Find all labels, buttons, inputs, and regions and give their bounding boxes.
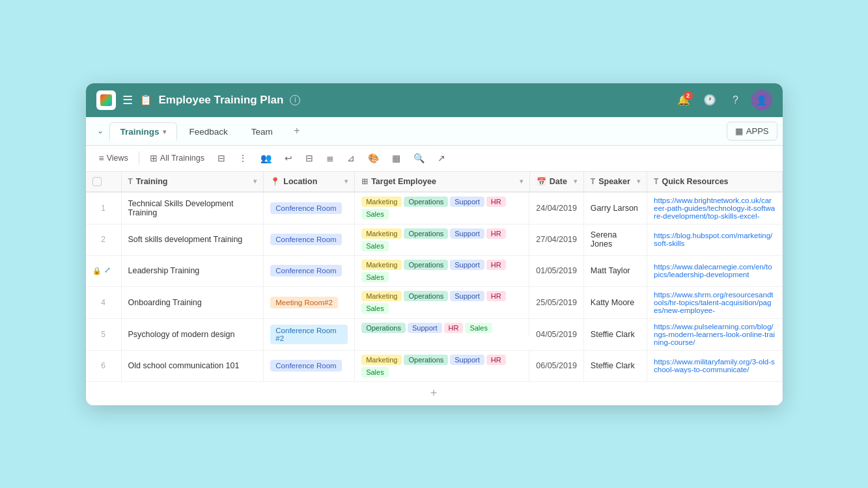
info-icon[interactable]: i <box>290 95 300 105</box>
resource-link[interactable]: https://www.shrm.org/resourcesandtools/h… <box>654 291 773 314</box>
tag-item[interactable]: Support <box>450 355 484 365</box>
tag-item[interactable]: Operations <box>404 355 448 365</box>
tag-item[interactable]: Marketing <box>361 260 402 270</box>
collapse-sidebar-button[interactable]: ⌄ <box>91 122 109 140</box>
training-cell[interactable]: Technical Skills Development Training <box>121 192 264 224</box>
target-col-icon: ⊞ <box>361 177 368 186</box>
search-button[interactable]: 🔍 <box>408 150 430 166</box>
tag-item[interactable]: Sales <box>361 367 389 377</box>
tag-item[interactable]: HR <box>486 260 506 270</box>
menu-icon[interactable]: ☰ <box>122 93 133 107</box>
all-trainings-button[interactable]: ⊞ All Trainings <box>145 150 210 166</box>
tag-item[interactable]: HR <box>486 355 506 365</box>
location-cell[interactable]: Conference Room <box>264 224 355 255</box>
location-sort-icon[interactable]: ▾ <box>344 178 348 185</box>
training-cell[interactable]: Leadership Training <box>121 255 264 286</box>
tag-item[interactable]: HR <box>444 323 464 333</box>
location-cell[interactable]: Conference Room <box>264 255 355 286</box>
tag-item[interactable]: Sales <box>465 323 492 333</box>
tag-item[interactable]: Operations <box>404 228 448 239</box>
location-cell[interactable]: Meeting Room#2 <box>264 286 355 318</box>
training-cell[interactable]: Soft skills development Training <box>121 224 264 255</box>
tag-item[interactable]: Support <box>408 323 442 333</box>
location-cell[interactable]: Conference Room <box>264 350 355 381</box>
add-row-button[interactable]: + <box>86 381 783 405</box>
location-cell[interactable]: Conference Room <box>264 192 355 224</box>
resources-col-icon: T <box>654 177 658 186</box>
training-sort-icon[interactable]: ▾ <box>253 178 257 185</box>
training-cell[interactable]: Psychology of modern design <box>121 318 264 350</box>
tab-trainings[interactable]: Trainings ▾ <box>109 122 177 141</box>
color-button[interactable]: 🎨 <box>363 150 384 166</box>
table-row[interactable]: 1Technical Skills Development TrainingCo… <box>86 192 783 224</box>
undo-button[interactable]: ↩ <box>279 150 298 166</box>
tag-item[interactable]: Support <box>450 197 484 207</box>
table-row[interactable]: 6Old school communication 101Conference … <box>86 350 783 381</box>
resource-link[interactable]: https://www.militaryfamily.org/3-old-sch… <box>654 358 775 373</box>
app-logo[interactable] <box>96 90 116 110</box>
history-button[interactable]: 🕐 <box>699 90 720 111</box>
tag-item[interactable]: HR <box>486 197 506 207</box>
text-button[interactable]: ≣ <box>321 150 339 166</box>
expand-icon[interactable]: ⤢ <box>104 265 115 276</box>
tag-item[interactable]: Support <box>450 260 484 270</box>
share-button[interactable]: ↗ <box>432 150 451 166</box>
table-row[interactable]: 4Onboarding TrainingMeeting Room#2Market… <box>86 286 783 318</box>
tag-item[interactable]: Marketing <box>361 228 402 239</box>
add-row[interactable]: + <box>86 381 783 405</box>
filter-button[interactable]: ⊿ <box>342 150 360 166</box>
tag-item[interactable]: Marketing <box>361 355 402 365</box>
quick-resources-cell[interactable]: https://blog.hubspot.com/marketing/soft-… <box>647 224 782 255</box>
tag-item[interactable]: Support <box>450 291 484 301</box>
resource-link[interactable]: https://blog.hubspot.com/marketing/soft-… <box>654 232 772 247</box>
tags-cell: MarketingOperationsSupportHRSales <box>355 193 529 223</box>
tag-item[interactable]: HR <box>486 228 506 239</box>
tag-item[interactable]: Sales <box>361 272 389 282</box>
tag-item[interactable]: Sales <box>361 241 389 251</box>
apps-button[interactable]: ▦ APPS <box>727 122 777 141</box>
resource-link[interactable]: https://www.pulselearning.com/blog/ngs-m… <box>654 323 775 346</box>
location-cell[interactable]: Conference Room #2 <box>264 318 355 350</box>
tab-feedback[interactable]: Feedback <box>178 122 239 141</box>
more-options-button[interactable]: ⋮ <box>233 150 253 166</box>
th-date: 📅 Date ▾ <box>529 172 583 192</box>
avatar[interactable]: 👤 <box>751 90 772 111</box>
table-view-button[interactable]: ▦ <box>387 150 406 166</box>
tag-item[interactable]: Sales <box>361 303 389 314</box>
resources-col-label: Quick Resources <box>662 177 728 186</box>
training-cell[interactable]: Onboarding Training <box>121 286 264 318</box>
tag-item[interactable]: Marketing <box>361 291 402 301</box>
resource-link[interactable]: https://www.dalecarnegie.com/en/topics/l… <box>654 263 772 278</box>
target-sort-icon[interactable]: ▾ <box>520 178 523 185</box>
notifications-button[interactable]: 🔔 2 <box>673 90 694 111</box>
resource-link[interactable]: https://www.brightnetwork.co.uk/career-p… <box>654 197 775 220</box>
tag-item[interactable]: HR <box>486 291 506 301</box>
tag-item[interactable]: Marketing <box>361 197 402 207</box>
quick-resources-cell[interactable]: https://www.militaryfamily.org/3-old-sch… <box>647 350 782 381</box>
table-row[interactable]: 🔒⤢Leadership TrainingConference RoomMark… <box>86 255 783 286</box>
speaker-sort-icon[interactable]: ▾ <box>637 178 640 185</box>
help-button[interactable]: ? <box>725 90 746 111</box>
date-cell: 06/05/2019 <box>529 350 583 381</box>
add-tab-button[interactable]: + <box>288 122 306 140</box>
tag-item[interactable]: Operations <box>404 260 448 270</box>
tag-item[interactable]: Operations <box>361 323 406 333</box>
date-sort-icon[interactable]: ▾ <box>574 178 577 185</box>
views-button[interactable]: ≡ Views <box>94 150 133 166</box>
quick-resources-cell[interactable]: https://www.dalecarnegie.com/en/topics/l… <box>647 255 782 286</box>
quick-resources-cell[interactable]: https://www.brightnetwork.co.uk/career-p… <box>647 192 782 224</box>
table-row[interactable]: 5Psychology of modern designConference R… <box>86 318 783 350</box>
tag-item[interactable]: Support <box>450 228 484 239</box>
tag-item[interactable]: Operations <box>404 291 448 301</box>
tab-team[interactable]: Team <box>240 122 284 141</box>
quick-resources-cell[interactable]: https://www.pulselearning.com/blog/ngs-m… <box>647 318 782 350</box>
training-cell[interactable]: Old school communication 101 <box>121 350 264 381</box>
settings-button[interactable]: ⊟ <box>300 150 318 166</box>
table-row[interactable]: 2Soft skills development TrainingConfere… <box>86 224 783 255</box>
persons-button[interactable]: 👥 <box>255 150 277 166</box>
tag-item[interactable]: Operations <box>404 197 448 207</box>
quick-resources-cell[interactable]: https://www.shrm.org/resourcesandtools/h… <box>647 286 782 318</box>
select-all-checkbox[interactable] <box>92 177 102 186</box>
manage-columns-button[interactable]: ⊟ <box>212 150 231 166</box>
tag-item[interactable]: Sales <box>361 209 389 219</box>
